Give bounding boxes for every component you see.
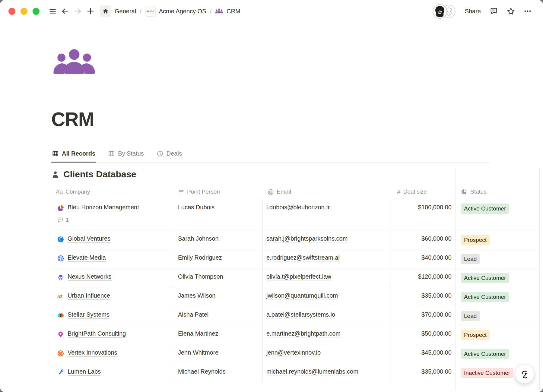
topbar-actions: Share bbox=[432, 4, 534, 18]
company-link[interactable]: Bleu Horizon Management bbox=[68, 204, 139, 211]
collaborator-avatars[interactable] bbox=[432, 4, 456, 18]
more-options-button[interactable] bbox=[521, 5, 534, 17]
email-link[interactable]: a.patel@stellarsystems.io bbox=[266, 311, 335, 318]
ai-assistant-button[interactable] bbox=[515, 364, 534, 384]
email-link[interactable]: e.martinez@brightpath.com bbox=[266, 330, 341, 337]
zoom-window-button[interactable] bbox=[33, 8, 40, 15]
table-view-icon bbox=[52, 150, 59, 157]
page-title[interactable]: CRM bbox=[51, 109, 543, 130]
board-view-icon bbox=[108, 150, 115, 157]
breadcrumb-item-general[interactable]: General bbox=[99, 4, 137, 18]
status-badge[interactable]: Active Customer bbox=[461, 349, 509, 359]
comment-icon bbox=[490, 7, 498, 15]
database-title[interactable]: Clients Database bbox=[63, 169, 136, 179]
close-window-button[interactable] bbox=[8, 8, 15, 15]
deal-size-cell[interactable]: $70,000.00 bbox=[390, 306, 456, 325]
database-section-header: Clients Database bbox=[51, 169, 543, 179]
orange-stripes-logo bbox=[57, 293, 64, 300]
deal-size-cell[interactable]: $35,000.00 bbox=[390, 363, 456, 382]
tab-by-status[interactable]: By Status bbox=[107, 150, 144, 162]
point-person-cell[interactable]: Aisha Patel bbox=[173, 306, 263, 325]
status-badge[interactable]: Lead bbox=[461, 311, 480, 321]
company-link[interactable]: Vertex Innovations bbox=[68, 349, 117, 357]
table-row: Stellar Systems Aisha Patel a.patel@stel… bbox=[51, 306, 539, 325]
email-link[interactable]: sarah.j@brightsparksolns.com bbox=[266, 235, 348, 242]
tab-label: All Records bbox=[62, 150, 95, 157]
new-tab-button[interactable] bbox=[84, 5, 97, 17]
status-cell: Lead bbox=[456, 306, 539, 325]
column-header-point-person[interactable]: Point Person bbox=[173, 185, 263, 199]
column-header-company[interactable]: AaCompany bbox=[51, 185, 173, 199]
company-link[interactable]: Lumen Labs bbox=[68, 368, 101, 376]
deal-size-cell[interactable]: $100,000.00 bbox=[390, 199, 456, 230]
company-link[interactable]: Elevate Media bbox=[68, 254, 106, 262]
deal-size-cell[interactable]: $40,000.00 bbox=[390, 249, 456, 268]
tab-all-records[interactable]: All Records bbox=[51, 150, 96, 162]
point-person-cell[interactable]: Elena Martinez bbox=[173, 325, 263, 344]
comments-button[interactable] bbox=[487, 5, 500, 17]
app-window: General/acmeAcme Agency OS/ CRM bbox=[0, 0, 543, 392]
arrow-left-icon bbox=[61, 7, 69, 15]
point-person-cell[interactable]: Jenn Whitmore bbox=[173, 344, 263, 363]
favorite-button[interactable] bbox=[504, 5, 517, 17]
email-link[interactable]: jwilson@quantumquill.com bbox=[266, 292, 338, 299]
column-header-email[interactable]: @Email bbox=[263, 185, 390, 199]
status-badge[interactable]: Lead bbox=[461, 254, 480, 264]
company-link[interactable]: Urban Influence bbox=[68, 292, 110, 300]
text-lines-icon bbox=[178, 189, 184, 195]
column-label: Deal size bbox=[403, 188, 427, 195]
status-badge[interactable]: Inactive Customer bbox=[461, 368, 513, 378]
people-icon bbox=[215, 8, 223, 14]
point-person-cell[interactable]: Olivia Thompson bbox=[173, 268, 263, 287]
point-person-cell[interactable]: Sarah Johnson bbox=[173, 230, 263, 249]
table-right-edge bbox=[539, 168, 540, 390]
email-cell: l.dubois@bleuhorizon.fr bbox=[263, 199, 390, 230]
page-icon-people[interactable] bbox=[53, 48, 95, 77]
company-link[interactable]: Nexus Networks bbox=[68, 273, 112, 281]
status-badge[interactable]: Active Customer bbox=[461, 204, 509, 214]
indigo-layers-logo bbox=[57, 274, 64, 281]
forward-button[interactable] bbox=[71, 5, 84, 17]
comment-bubble-icon bbox=[57, 217, 63, 223]
company-cell: Urban Influence bbox=[51, 287, 173, 306]
breadcrumb-item-acme-agency-os[interactable]: acmeAcme Agency OS bbox=[144, 5, 207, 18]
company-link[interactable]: BrightPath Consulting bbox=[68, 330, 126, 338]
table-body: Bleu Horizon Management 1 Lucas Dubois l… bbox=[51, 199, 539, 382]
point-person-cell[interactable]: Emily Rodriguez bbox=[173, 249, 263, 268]
email-link[interactable]: jenn@vertexinnov.io bbox=[266, 349, 321, 356]
email-link[interactable]: michael.reynolds@lumenlabs.com bbox=[266, 368, 358, 375]
status-badge[interactable]: Active Customer bbox=[461, 292, 509, 302]
breadcrumb-label: Acme Agency OS bbox=[159, 8, 206, 15]
email-link[interactable]: e.rodriguez@swiftstream.ai bbox=[266, 254, 340, 261]
deal-size-cell[interactable]: $60,000.00 bbox=[390, 230, 456, 249]
status-badge[interactable]: Active Customer bbox=[461, 273, 509, 283]
email-link[interactable]: l.dubois@bleuhorizon.fr bbox=[266, 204, 330, 211]
table-row: Global Ventures Sarah Johnson sarah.j@br… bbox=[51, 230, 539, 249]
status-badge[interactable]: Prospect bbox=[461, 330, 490, 340]
comment-indicator[interactable]: 1 bbox=[57, 217, 169, 223]
tab-deals[interactable]: Deals bbox=[156, 150, 183, 162]
deal-size-cell[interactable]: $50,000.00 bbox=[390, 325, 456, 344]
at-icon: @ bbox=[268, 188, 274, 195]
star-icon bbox=[506, 7, 515, 16]
deal-size-cell[interactable]: $120,000.00 bbox=[390, 268, 456, 287]
status-badge[interactable]: Prospect bbox=[461, 235, 490, 245]
deal-size-cell[interactable]: $45,000.00 bbox=[390, 344, 456, 363]
point-person-cell[interactable]: Michael Reynolds bbox=[173, 363, 263, 382]
table-row: Vertex Innovations Jenn Whitmore jenn@ve… bbox=[51, 344, 539, 363]
company-link[interactable]: Stellar Systems bbox=[68, 311, 110, 319]
company-link[interactable]: Global Ventures bbox=[68, 235, 110, 243]
status-icon bbox=[461, 188, 468, 195]
email-cell: a.patel@stellarsystems.io bbox=[263, 306, 390, 325]
back-button[interactable] bbox=[59, 5, 71, 17]
point-person-cell[interactable]: Lucas Dubois bbox=[173, 199, 263, 230]
share-button[interactable]: Share bbox=[462, 6, 483, 17]
email-link[interactable]: olivia.t@pixelperfect.law bbox=[266, 273, 331, 280]
point-person-cell[interactable]: James Wilson bbox=[173, 287, 263, 306]
column-header-status[interactable]: Status bbox=[456, 185, 539, 199]
sidebar-toggle-button[interactable] bbox=[46, 5, 59, 17]
deal-size-cell[interactable]: $35,000.00 bbox=[390, 287, 456, 306]
minimize-window-button[interactable] bbox=[21, 8, 27, 15]
column-header-deal-size[interactable]: #Deal size bbox=[390, 185, 456, 199]
breadcrumb-item-crm[interactable]: CRM bbox=[214, 7, 241, 16]
